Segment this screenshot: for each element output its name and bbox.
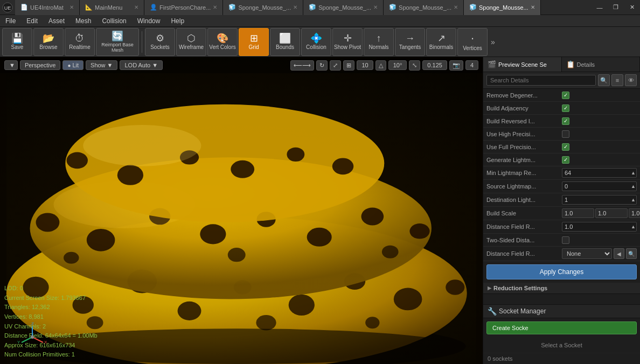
browse-button[interactable]: 📂 Browse <box>33 28 64 56</box>
tangents-button[interactable]: → Tangents <box>395 28 425 56</box>
bounds-button[interactable]: ⬜ Bounds <box>270 28 300 56</box>
angle-snap-value[interactable]: 10° <box>388 60 407 70</box>
create-socket-button[interactable]: Create Socke <box>486 321 637 334</box>
realtime-button[interactable]: ⏱ Realtime <box>65 28 95 56</box>
showpivot-button[interactable]: ✛ Show Pivot <box>332 28 363 56</box>
binormals-button[interactable]: ↗ Binormals <box>426 28 456 56</box>
checkbox-generate-lightmap[interactable]: ✓ <box>562 156 569 164</box>
show-button[interactable]: Show ▼ <box>86 60 117 70</box>
translate-button[interactable]: ⟵⟶ <box>290 60 314 71</box>
search-input[interactable] <box>486 75 596 86</box>
checkbox-remove-degener[interactable]: ✓ <box>562 92 569 99</box>
menu-mesh[interactable]: Mesh <box>70 15 96 26</box>
dropdown-arrow-icon: ▼ <box>9 62 15 68</box>
tab-close[interactable]: ✕ <box>531 4 535 10</box>
input-distance-field-r[interactable] <box>562 222 637 232</box>
menu-file[interactable]: File <box>0 15 21 26</box>
tab-close[interactable]: ✕ <box>213 4 217 10</box>
grid-button[interactable]: ⊞ Grid <box>239 28 269 56</box>
minimize-button[interactable]: — <box>592 0 608 15</box>
tab-close[interactable]: ✕ <box>373 4 378 10</box>
eye-button[interactable]: 👁 <box>625 74 637 86</box>
menu-edit[interactable]: Edit <box>21 15 43 26</box>
viewport-mode-dropdown[interactable]: ▼ <box>4 60 18 70</box>
prop-label: Min Lightmap Re... <box>486 170 562 176</box>
scale-button[interactable]: ⤢ <box>330 60 341 71</box>
select-distance-field[interactable]: None <box>562 248 612 259</box>
svg-point-10 <box>289 295 315 316</box>
wireframe-button[interactable]: ⬡ Wireframe <box>176 28 206 56</box>
input-arrow-icon[interactable]: ▲ <box>631 170 636 176</box>
tab-sponge2[interactable]: 🧊 Sponge_Mousse_... ✕ <box>303 0 384 15</box>
search-field-button[interactable]: 🔍 <box>626 248 637 259</box>
input-arrow-icon[interactable]: ▲ <box>631 184 636 189</box>
tab-firstperson[interactable]: 👤 FirstPersonChare... ✕ <box>144 0 223 15</box>
checkbox-two-sided[interactable] <box>562 236 569 244</box>
tab-mainmenu[interactable]: 📐 MainMenu ✕ <box>80 0 144 15</box>
input-min-lightmap[interactable] <box>562 168 637 178</box>
input-build-scale-y[interactable] <box>595 208 628 218</box>
normals-button[interactable]: ↑ Normals <box>364 28 394 56</box>
prop-row: Source Lightmap... ▲ <box>483 180 640 193</box>
sockets-button[interactable]: ⚙ Sockets <box>145 28 175 56</box>
tab-icon: 🧊 <box>469 4 477 11</box>
save-button[interactable]: 💾 Save <box>2 28 32 56</box>
prop-value: ▲ <box>562 222 637 232</box>
maximize-button[interactable]: ❐ <box>608 0 624 15</box>
tab-icon: 🧊 <box>389 4 396 11</box>
toolbar-expand[interactable]: » <box>489 36 497 48</box>
list-view-button[interactable]: ≡ <box>611 74 623 86</box>
reduction-settings-header[interactable]: ▶ Reduction Settings <box>483 283 640 294</box>
input-destination-light[interactable] <box>562 195 637 205</box>
viewport[interactable]: ▼ Perspective ● Lit Show ▼ LOD Auto ▼ ⟵⟶… <box>0 57 483 364</box>
input-build-scale-z[interactable] <box>629 208 640 218</box>
tab-details[interactable]: 📋 Details <box>562 57 641 72</box>
menu-asset[interactable]: Asset <box>43 15 70 26</box>
vertices-button[interactable]: · Vertices <box>457 28 488 56</box>
prev-arrow-button[interactable]: ◀ <box>614 248 624 259</box>
checkbox-build-adjacency[interactable]: ✓ <box>562 104 569 112</box>
collision-button[interactable]: 💠 Collision <box>301 28 331 56</box>
tab-close[interactable]: ✕ <box>454 4 458 10</box>
vertcolors-button[interactable]: 🎨 Vert Colors <box>207 28 238 56</box>
lod-button[interactable]: LOD Auto ▼ <box>120 60 163 70</box>
angle-snap-toggle[interactable]: △ <box>375 60 386 71</box>
input-source-lightmap[interactable] <box>562 181 637 191</box>
tab-sponge4[interactable]: 🧊 Sponge_Mousse... ✕ <box>464 0 541 15</box>
tab-close[interactable]: ✕ <box>293 4 297 10</box>
camera-speed[interactable]: 4 <box>465 60 478 70</box>
lit-button[interactable]: ● Lit <box>62 60 84 70</box>
camera-icon[interactable]: 📷 <box>449 60 463 71</box>
tab-sponge3[interactable]: 🧊 Sponge_Mousse_... ✕ <box>384 0 464 15</box>
tab-ue4intromat[interactable]: 📄 UE4IntroMat ✕ <box>15 0 80 15</box>
prop-value: ✓ <box>562 117 637 125</box>
search-button[interactable]: 🔍 <box>598 74 610 86</box>
input-arrow-icon[interactable]: ▲ <box>631 197 636 202</box>
svg-point-37 <box>332 158 353 174</box>
tangents-icon: → <box>405 33 415 43</box>
checkbox-full-precision[interactable]: ✓ <box>562 143 569 151</box>
close-button[interactable]: ✕ <box>624 0 640 15</box>
scale-snap[interactable]: ⤡ <box>409 60 420 71</box>
snap-toggle[interactable]: ⊞ <box>343 60 354 71</box>
tab-preview-scene[interactable]: 🎬 Preview Scene Se <box>483 57 562 72</box>
input-arrow-icon[interactable]: ▲ <box>631 224 636 229</box>
checkbox-high-precision[interactable] <box>562 130 569 138</box>
apply-changes-button[interactable]: Apply Changes <box>486 264 637 279</box>
tab-close[interactable]: ✕ <box>69 4 74 10</box>
checkbox-build-reversed[interactable]: ✓ <box>562 117 569 125</box>
input-build-scale-x[interactable] <box>562 208 594 218</box>
tab-close[interactable]: ✕ <box>134 4 138 10</box>
rotate-button[interactable]: ↻ <box>316 60 328 71</box>
menu-window[interactable]: Window <box>132 15 166 26</box>
svg-point-27 <box>64 252 79 264</box>
menu-collision[interactable]: Collision <box>96 15 131 26</box>
grid-frac[interactable]: 0.125 <box>422 60 447 70</box>
tab-sponge1[interactable]: 🧊 Sponge_Mousse_... ✕ <box>223 0 303 15</box>
grid-size[interactable]: 10 <box>357 60 373 70</box>
reimport-button[interactable]: 🔄 Reimport Base Mesh <box>96 28 139 56</box>
menu-help[interactable]: Help <box>165 15 190 26</box>
viewport-toolbar: ▼ Perspective ● Lit Show ▼ LOD Auto ▼ ⟵⟶… <box>0 57 483 73</box>
prop-row: Distance Field R... None ◀ 🔍 <box>483 247 640 261</box>
perspective-button[interactable]: Perspective <box>20 60 60 70</box>
